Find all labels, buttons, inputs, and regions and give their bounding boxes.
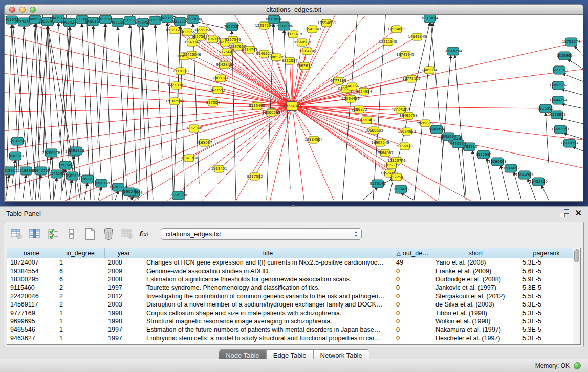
scrollbar-thumb[interactable] (574, 249, 579, 262)
graph-node-yellow[interactable]: 7252348 (186, 125, 202, 132)
graph-node-yellow[interactable]: 917004 (206, 99, 220, 106)
graph-node-yellow[interactable]: 2718120 (172, 68, 188, 75)
graph-node-yellow[interactable]: 12954035 (387, 26, 406, 33)
graph-node-teal[interactable]: 20206576 (42, 149, 60, 157)
graph-node-teal[interactable]: 6470954 (450, 140, 466, 148)
close-window-button[interactable] (9, 7, 15, 13)
graph-node-yellow[interactable]: 11545943 (303, 26, 321, 33)
cell-name: 9115460 (7, 284, 56, 291)
table-row[interactable]: 911546021997Tourette syndrome. Phenomeno… (7, 283, 580, 292)
graph-node-yellow[interactable]: 9756928 (397, 143, 412, 150)
table-row[interactable]: 946554611997Estimation of the future num… (7, 325, 580, 334)
graph-node-teal[interactable]: 18505051 (6, 152, 25, 160)
graph-node-teal[interactable]: 7857224 (224, 23, 240, 31)
svg-text:12710354: 12710354 (560, 141, 579, 145)
graph-node-yellow[interactable]: 9242848 (216, 61, 232, 69)
graph-node-yellow[interactable]: 8427552 (209, 86, 225, 94)
graph-node-yellow[interactable]: 12213349 (167, 82, 186, 89)
table-row[interactable]: 1456911722003Disruption of a novel membe… (7, 300, 580, 309)
graph-node-teal[interactable]: 12093832 (549, 81, 568, 90)
graph-node-yellow[interactable]: 14845843 (408, 33, 426, 40)
graph-node-teal[interactable]: 2516051 (9, 137, 25, 145)
citation-network-graph[interactable]: 1405572420334657204906052069140610435104… (5, 15, 583, 201)
graph-node-teal[interactable]: 9552554 (475, 150, 492, 159)
svg-text:9227343: 9227343 (551, 68, 567, 72)
graph-node-teal[interactable]: 18244502 (515, 171, 534, 179)
graph-node-yellow[interactable]: 12211540 (379, 38, 397, 46)
new-table-icon[interactable] (83, 227, 97, 241)
cell-name: 9777169 (7, 310, 56, 317)
graph-node-yellow[interactable]: 18640910 (293, 39, 311, 46)
graph-node-teal[interactable]: 9136141 (369, 180, 385, 188)
graph-node-teal[interactable]: 16946052 (502, 164, 520, 172)
cell-out_degree: 0 (393, 310, 432, 317)
status-bar: Memory: OK (0, 359, 588, 372)
column-header-name[interactable]: name (7, 248, 56, 258)
graph-node-yellow[interactable]: 16964245 (298, 48, 316, 55)
graph-node-yellow[interactable]: 1563401 (211, 165, 227, 172)
column-header-short[interactable]: short (432, 248, 519, 258)
table-selector-dropdown[interactable]: citations_edges.txt ▲▼ (161, 228, 362, 240)
graph-node-yellow[interactable]: 20364486 (341, 95, 360, 102)
graph-node-teal[interactable]: 8313054 (422, 15, 438, 23)
graph-node-teal[interactable]: 12710354 (560, 139, 579, 147)
graph-node-teal[interactable]: 1640954 (428, 125, 445, 134)
table-row[interactable]: 1872400712008Changes of HCN gene express… (7, 258, 580, 267)
column-header-title[interactable]: title (143, 248, 393, 258)
column-header-out_degree[interactable]: △out_de… (393, 248, 432, 258)
graph-node-teal[interactable]: 12444154 (549, 96, 568, 104)
column-header-pagerank[interactable]: pagerank (519, 248, 574, 258)
zoom-window-button[interactable] (30, 7, 36, 13)
graph-node-teal[interactable]: 9227343 (551, 66, 567, 74)
table-row[interactable]: 977716911998Corpus callosum shape and si… (7, 309, 580, 317)
graph-node-yellow[interactable]: 19743943 (396, 51, 415, 58)
svg-text:9329966: 9329966 (556, 54, 573, 58)
graph-node-teal[interactable]: 10366351 (488, 158, 507, 166)
minimize-window-button[interactable] (19, 7, 26, 13)
graph-node-yellow[interactable]: 3624554 (356, 88, 372, 95)
graph-node-yellow[interactable]: 18107550 (165, 98, 184, 105)
graph-node-teal[interactable]: 3915931 (5, 167, 17, 175)
graph-node-yellow[interactable]: 8217552 (247, 173, 263, 180)
table-options-icon[interactable] (9, 227, 23, 241)
function-builder-icon[interactable]: f(x) (138, 227, 152, 241)
graph-node-yellow[interactable]: 19384554 (304, 136, 323, 143)
graph-node-teal[interactable]: 1591529 (68, 147, 84, 155)
table-row[interactable]: 1830029562008Estimation of significance … (7, 275, 580, 283)
graph-node-yellow[interactable]: 9884067 (377, 149, 393, 157)
graph-node-yellow[interactable]: 252254 (390, 173, 404, 181)
row-height-icon[interactable] (64, 227, 78, 241)
graph-node-teal[interactable]: 15692951 (551, 125, 570, 134)
graph-node-teal[interactable]: 12452320 (529, 178, 548, 186)
column-header-year[interactable]: year (105, 248, 143, 258)
close-panel-icon[interactable]: ✕ (575, 209, 582, 217)
cell-in_degree: 2 (56, 293, 105, 300)
table-row[interactable]: 969969511998Structural magnetic resonanc… (7, 317, 580, 325)
select-columns-icon[interactable] (46, 227, 60, 241)
graph-node-teal[interactable]: 15751074 (562, 38, 580, 46)
svg-text:8427552: 8427552 (209, 88, 225, 92)
graph-node-teal[interactable]: 1733426 (393, 185, 409, 193)
float-panel-icon[interactable] (560, 209, 569, 217)
cell-pagerank: 5.6E-5 (519, 268, 574, 275)
graph-node-teal[interactable]: 16648784 (444, 47, 462, 55)
table-row[interactable]: 946362711997Embryonic stem cells: a mode… (7, 334, 580, 342)
window-titlebar[interactable]: citations_edges.txt (4, 4, 583, 15)
table-vertical-scrollbar[interactable] (573, 248, 580, 344)
svg-text:746266: 746266 (345, 84, 359, 89)
graph-node-yellow[interactable]: 18325419 (284, 31, 302, 38)
panel-resize-grip[interactable] (290, 205, 296, 207)
table-row[interactable]: 2242004622012Investigating the contribut… (7, 292, 580, 300)
table-row[interactable]: 1938455462009Genome-wide association stu… (7, 267, 580, 275)
svg-text:9552554: 9552554 (475, 152, 492, 157)
delete-icon[interactable] (101, 227, 115, 241)
network-canvas[interactable]: 1405572420334657204906052069140610435104… (4, 15, 583, 202)
graph-node-teal[interactable]: 9397587 (57, 161, 73, 169)
show-columns-icon[interactable] (28, 227, 41, 241)
graph-node-yellow[interactable]: 10554038 (317, 19, 336, 27)
graph-node-yellow[interactable]: 15720407 (357, 117, 376, 124)
graph-node-yellow[interactable]: 16341790 (180, 155, 198, 162)
graph-node-teal[interactable]: 7590248 (121, 188, 137, 196)
graph-node-teal[interactable]: 9329966 (556, 52, 573, 60)
column-header-in_degree[interactable]: in_degree (56, 248, 105, 258)
